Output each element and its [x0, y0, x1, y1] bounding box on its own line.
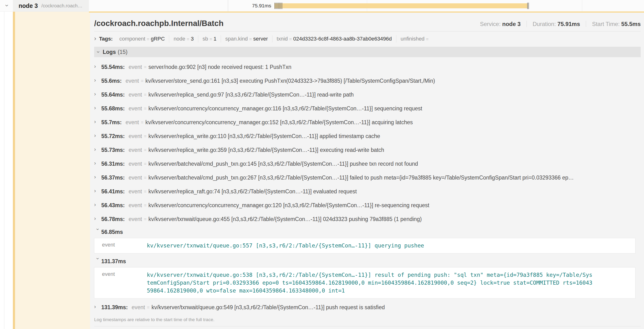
- service-value: node 3: [502, 21, 520, 27]
- log-row[interactable]: ›55.68ms:event=kv/kvserver/concurrency/c…: [94, 102, 641, 116]
- chevron-right-icon[interactable]: ›: [94, 64, 101, 69]
- log-row-expanded-header[interactable]: ›131.37ms: [94, 255, 641, 267]
- span-title: /cockroach.roachpb.Internal/Batch: [94, 19, 224, 28]
- chevron-right-icon[interactable]: ›: [94, 161, 101, 166]
- log-field-key: event: [128, 92, 142, 98]
- log-timestamp: 131.37ms: [101, 258, 126, 265]
- meta-divider: [586, 21, 586, 27]
- log-timestamp: 55.54ms:: [101, 64, 125, 70]
- log-row[interactable]: ›56.41ms:event=kv/kvserver/replica_raft.…: [94, 184, 641, 198]
- log-message: server/node.go:902 [n3] node received re…: [148, 64, 292, 70]
- chevron-down-icon[interactable]: ›: [95, 258, 100, 265]
- log-field-key: event: [128, 188, 142, 195]
- log-field-key: event: [94, 242, 147, 250]
- equals-sign: =: [147, 305, 150, 310]
- log-field-key: event: [128, 147, 142, 153]
- log-timestamp: 55.6ms:: [101, 78, 122, 84]
- log-timestamp: 56.41ms:: [101, 188, 125, 195]
- logs-title: Logs: [103, 49, 116, 55]
- span-detail-panel: /cockroach.roachpb.Internal/Batch Servic…: [90, 13, 644, 329]
- log-message: kv/kvserver/concurrency/concurrency_mana…: [146, 119, 413, 126]
- equals-sign: =: [144, 216, 146, 222]
- log-message: kv/kvserver/txnwait/queue.go:455 [n3,s3,…: [148, 216, 422, 222]
- equals-sign: =: [144, 64, 146, 70]
- log-message: kv/kvserver/replica_write.go:110 [n3,s3,…: [148, 133, 380, 140]
- equals-sign: =: [144, 175, 146, 180]
- logs-accordion-header[interactable]: › Logs (15): [94, 47, 641, 57]
- log-row[interactable]: ›56.31ms:event=kv/kvserver/batcheval/cmd…: [94, 157, 641, 171]
- chevron-right-icon[interactable]: ›: [94, 216, 101, 221]
- chevron-right-icon[interactable]: ›: [94, 188, 101, 194]
- log-message: kv/kvserver/batcheval/cmd_push_txn.go:14…: [148, 161, 418, 167]
- timeline-gridline: [582, 0, 582, 12]
- log-row[interactable]: ›56.37ms:event=kv/kvserver/batcheval/cmd…: [94, 171, 641, 184]
- log-timestamp: 56.37ms:: [101, 174, 125, 181]
- chevron-down-icon[interactable]: ›: [4, 4, 10, 7]
- detail-header: /cockroach.roachpb.Internal/Batch Servic…: [94, 13, 641, 28]
- equals-sign: =: [144, 161, 146, 166]
- equals-sign: =: [144, 134, 146, 139]
- chevron-right-icon[interactable]: ›: [94, 78, 101, 83]
- log-row[interactable]: ›55.72ms:event=kv/kvserver/replica_write…: [94, 129, 641, 143]
- chevron-right-icon[interactable]: ›: [94, 119, 101, 124]
- log-detail-box: eventkv/kvserver/txnwait/queue.go:557 [n…: [94, 238, 636, 254]
- log-row[interactable]: ›55.54ms:event=server/node.go:902 [n3] n…: [94, 60, 641, 74]
- log-row[interactable]: ›56.78ms:event=kv/kvserver/txnwait/queue…: [94, 212, 641, 226]
- log-timestamp: 56.78ms:: [101, 216, 125, 222]
- chevron-down-icon[interactable]: ›: [95, 228, 100, 236]
- log-message: kv/kvserver/concurrency/concurrency_mana…: [148, 106, 422, 112]
- logs-footer-note: Log timestamps are relative to the start…: [94, 317, 641, 326]
- log-message: kv/kvserver/concurrency/concurrency_mana…: [148, 202, 429, 208]
- tags-label: Tags:: [99, 36, 113, 42]
- chevron-right-icon[interactable]: ›: [94, 133, 101, 138]
- duration-label: Duration:: [533, 21, 556, 27]
- span-name-cell[interactable]: node 3 /cockroach.roach…: [13, 0, 89, 12]
- log-row-expanded-header[interactable]: ›56.85ms: [94, 226, 641, 238]
- equals-sign: =: [141, 120, 144, 125]
- chevron-right-icon[interactable]: ›: [94, 35, 96, 42]
- chevron-right-icon[interactable]: ›: [94, 174, 101, 180]
- log-field-key: event: [128, 106, 142, 112]
- log-timestamp: 56.85ms: [101, 229, 123, 235]
- log-field-key: event: [128, 174, 142, 181]
- log-row[interactable]: ›55.64ms:event=kv/kvserver/replica_send.…: [94, 88, 641, 102]
- log-message: kv/kvserver/store_send.go:161 [n3,s3] ex…: [146, 78, 435, 84]
- selected-span-highlight: [13, 12, 90, 329]
- log-field-key: event: [128, 133, 142, 140]
- equals-sign: =: [141, 78, 144, 84]
- log-timestamp: 55.73ms:: [101, 147, 125, 153]
- log-field-key: event: [132, 304, 145, 311]
- log-message: kv/kvserver/replica_send.go:97 [n3,s3,r6…: [148, 92, 354, 98]
- header-divider: [94, 31, 641, 32]
- log-row[interactable]: ›55.73ms:event=kv/kvserver/replica_write…: [94, 143, 641, 157]
- span-row[interactable]: › node 3 /cockroach.roach… 75.91ms: [0, 0, 644, 12]
- log-message: kv/kvserver/txnwait/queue.go:549 [n3,s3,…: [152, 304, 385, 311]
- equals-sign: =: [144, 147, 146, 152]
- log-timestamp: 56.43ms:: [101, 202, 125, 208]
- chevron-right-icon[interactable]: ›: [94, 106, 101, 110]
- chevron-right-icon[interactable]: ›: [94, 202, 101, 208]
- log-rows: ›55.54ms:event=server/node.go:902 [n3] n…: [94, 57, 641, 314]
- chevron-right-icon[interactable]: ›: [94, 147, 101, 152]
- span-duration-bar[interactable]: [274, 3, 528, 8]
- log-row[interactable]: ›131.39ms:event=kv/kvserver/txnwait/queu…: [94, 300, 641, 314]
- equals-sign: =: [144, 203, 146, 208]
- chevron-right-icon[interactable]: ›: [94, 304, 101, 310]
- equals-sign: =: [144, 189, 146, 194]
- chevron-right-icon[interactable]: ›: [94, 92, 101, 97]
- log-row[interactable]: ›56.43ms:event=kv/kvserver/concurrency/c…: [94, 198, 641, 212]
- log-field-key: event: [128, 161, 142, 167]
- log-timestamp: 55.7ms:: [101, 119, 122, 126]
- log-row[interactable]: ›55.7ms:event=kv/kvserver/concurrency/co…: [94, 116, 641, 129]
- start-time-value: 55.5ms: [621, 21, 641, 27]
- tags-accordion[interactable]: › Tags: component=gRPC node=3 sb=1 span.…: [94, 35, 641, 42]
- span-meta: Service: node 3 Duration: 75.91ms Start …: [480, 21, 641, 28]
- trace-viewer-screen: › node 3 /cockroach.roach… 75.91ms /cock…: [0, 0, 644, 329]
- log-field-key: event: [128, 202, 142, 208]
- tag-sb: sb=1: [198, 35, 221, 42]
- log-timestamp: 55.72ms:: [101, 133, 125, 140]
- chevron-down-icon[interactable]: ›: [96, 51, 101, 53]
- log-field-key: event: [94, 271, 147, 295]
- log-row[interactable]: ›55.6ms:event=kv/kvserver/store_send.go:…: [94, 74, 641, 88]
- start-time-label: Start Time:: [592, 21, 620, 27]
